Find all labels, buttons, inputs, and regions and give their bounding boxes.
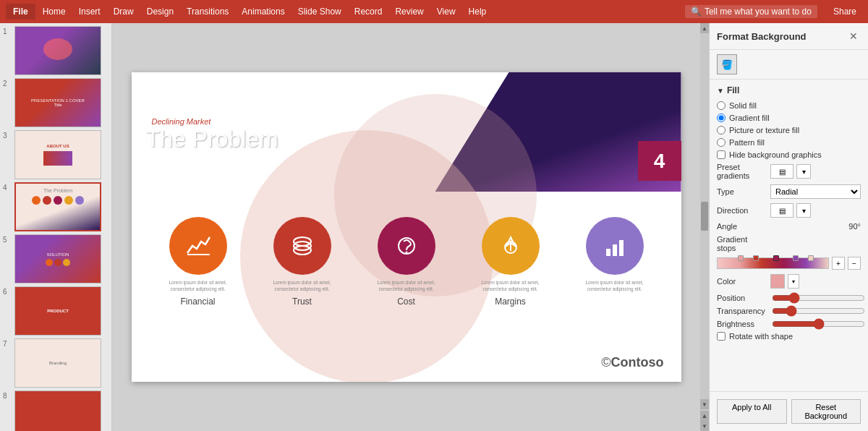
pattern-fill-row: Pattern fill — [717, 138, 861, 147]
animations-menu[interactable]: Animations — [236, 4, 290, 20]
gradient-bar[interactable] — [717, 257, 829, 269]
slide-num-5: 5 — [3, 236, 12, 244]
slide-img-7[interactable]: Branding — [14, 338, 101, 388]
icon-col-financial: Lorem ipsum dolor sit amet, consectetur … — [162, 217, 234, 307]
scroll-expand-down[interactable]: ▼ — [700, 421, 709, 431]
slide-img-3[interactable]: ABOUT US — [14, 130, 101, 179]
scroll-up-arrow[interactable]: ▲ — [700, 23, 709, 33]
slide-scrollbar: ▲ ▼ ▲ ▼ — [700, 23, 709, 431]
color-row: Color ▾ — [717, 274, 861, 289]
solid-fill-radio[interactable] — [717, 101, 726, 110]
scroll-expand-up[interactable]: ▲ — [700, 411, 709, 421]
solid-fill-label[interactable]: Solid fill — [729, 101, 757, 110]
help-menu[interactable]: Help — [463, 4, 493, 20]
main-area: 1 2 PRESENTATION 1 COVER Title 3 ABOU — [0, 23, 868, 431]
apply-to-all-button[interactable]: Apply to All — [717, 399, 787, 424]
slide-thumb-1[interactable]: 1 — [3, 26, 109, 75]
slide-num-6: 6 — [3, 288, 12, 296]
brightness-slider[interactable] — [772, 320, 865, 328]
slide-img-1[interactable] — [14, 26, 101, 75]
panel-icon-row: 🪣 — [710, 50, 868, 80]
fill-section-title: Fill — [727, 85, 739, 95]
slide-thumb-3[interactable]: 3 ABOUT US — [3, 130, 109, 179]
fill-collapse-icon[interactable]: ▼ — [717, 87, 724, 95]
slide-title: The Problem — [146, 126, 278, 153]
position-slider[interactable] — [772, 294, 865, 302]
icon-desc-cost: Lorem ipsum dolor sit amet, consectetur … — [370, 279, 443, 292]
slideshow-menu[interactable]: Slide Show — [292, 4, 347, 20]
view-menu[interactable]: View — [431, 4, 461, 20]
review-menu[interactable]: Review — [389, 4, 429, 20]
scroll-down-arrow[interactable]: ▼ — [700, 399, 709, 409]
fill-section-header: ▼ Fill — [717, 85, 861, 95]
gradient-remove-btn[interactable]: − — [848, 257, 861, 270]
slide-thumb-7[interactable]: 7 Branding — [3, 338, 109, 388]
slide-thumb-4[interactable]: 4 The Problem — [3, 182, 109, 231]
svg-rect-9 — [613, 244, 617, 256]
pattern-fill-label[interactable]: Pattern fill — [729, 138, 765, 147]
brightness-label: Brightness — [717, 320, 769, 328]
slide-area[interactable]: 4 Declining Market The Problem Lorem ips… — [112, 23, 700, 431]
record-menu[interactable]: Record — [349, 4, 388, 20]
slide-thumb-6[interactable]: 6 PRODUCT — [3, 286, 109, 336]
design-menu[interactable]: Design — [141, 4, 179, 20]
direction-row: Direction ▤ ▾ — [717, 203, 861, 218]
home-menu[interactable]: Home — [37, 4, 72, 20]
slide-num-7: 7 — [3, 340, 12, 348]
type-row: Type Radial — [717, 184, 861, 199]
icon-circle-trust — [273, 217, 331, 275]
transitions-menu[interactable]: Transitions — [181, 4, 234, 20]
file-menu[interactable]: File — [6, 4, 35, 20]
slide-thumb-2[interactable]: 2 PRESENTATION 1 COVER Title — [3, 78, 109, 127]
slide-img-6[interactable]: PRODUCT — [14, 286, 101, 336]
picture-fill-radio[interactable] — [717, 126, 726, 135]
transparency-slider[interactable] — [772, 307, 865, 315]
solid-fill-row: Solid fill — [717, 101, 861, 110]
angle-value: 90° — [770, 222, 861, 231]
share-button[interactable]: Share — [827, 5, 862, 18]
preset-gradients-btn[interactable]: ▤ — [770, 164, 793, 179]
direction-label: Direction — [717, 206, 767, 215]
hide-graphics-label[interactable]: Hide background graphics — [729, 150, 822, 159]
slide-thumb-8[interactable]: 8 — [3, 391, 109, 431]
type-select[interactable]: Radial — [770, 184, 861, 199]
svg-rect-8 — [606, 249, 610, 256]
panel-close-button[interactable]: ✕ — [846, 29, 861, 43]
icon-col-cost: Lorem ipsum dolor sit amet, consectetur … — [370, 217, 443, 307]
direction-btn[interactable]: ▤ — [770, 203, 793, 218]
fill-icon-btn[interactable]: 🪣 — [717, 54, 737, 74]
icon-label-cost: Cost — [397, 296, 415, 307]
scroll-thumb[interactable] — [701, 202, 708, 231]
type-label: Type — [717, 187, 767, 196]
slide-img-2[interactable]: PRESENTATION 1 COVER Title — [14, 78, 101, 127]
slide-img-4[interactable]: The Problem — [14, 182, 101, 231]
slide-thumb-5[interactable]: 5 SOLUTION — [3, 234, 109, 283]
rotate-with-shape-label[interactable]: Rotate with shape — [729, 332, 793, 341]
icon-desc-extra: Lorem ipsum dolor sit amet, consectetur … — [579, 279, 651, 292]
reset-background-button[interactable]: Reset Background — [791, 399, 861, 424]
color-swatch[interactable] — [770, 274, 785, 289]
slide-img-5[interactable]: SOLUTION — [14, 234, 101, 283]
rotate-with-shape-checkbox[interactable] — [717, 332, 726, 341]
slide-panel: 1 2 PRESENTATION 1 COVER Title 3 ABOU — [0, 23, 112, 431]
direction-dropdown[interactable]: ▾ — [796, 203, 811, 218]
preset-gradients-dropdown[interactable]: ▾ — [796, 164, 811, 179]
tell-me-bar[interactable]: 🔍 Tell me what you want to do — [685, 5, 817, 18]
icon-circle-margins — [482, 217, 540, 275]
slide-subtitle: Declining Market — [152, 117, 211, 126]
insert-menu[interactable]: Insert — [73, 4, 106, 20]
draw-menu[interactable]: Draw — [108, 4, 140, 20]
gradient-fill-label[interactable]: Gradient fill — [729, 114, 770, 122]
pattern-fill-radio[interactable] — [717, 138, 726, 147]
picture-fill-label[interactable]: Picture or texture fill — [729, 126, 799, 135]
icon-desc-trust: Lorem ipsum dolor sit amet, consectetur … — [266, 279, 339, 292]
color-dropdown-btn[interactable]: ▾ — [788, 274, 799, 289]
gradient-add-btn[interactable]: + — [832, 257, 845, 270]
angle-row: Angle 90° — [717, 222, 861, 231]
icons-row: Lorem ipsum dolor sit amet, consectetur … — [132, 217, 681, 307]
hide-graphics-checkbox[interactable] — [717, 150, 726, 159]
transparency-row: Transparency 17% — [717, 306, 861, 315]
gradient-stops-row: + − — [717, 257, 861, 270]
slide-img-8[interactable] — [14, 391, 101, 431]
gradient-fill-radio[interactable] — [717, 114, 726, 122]
